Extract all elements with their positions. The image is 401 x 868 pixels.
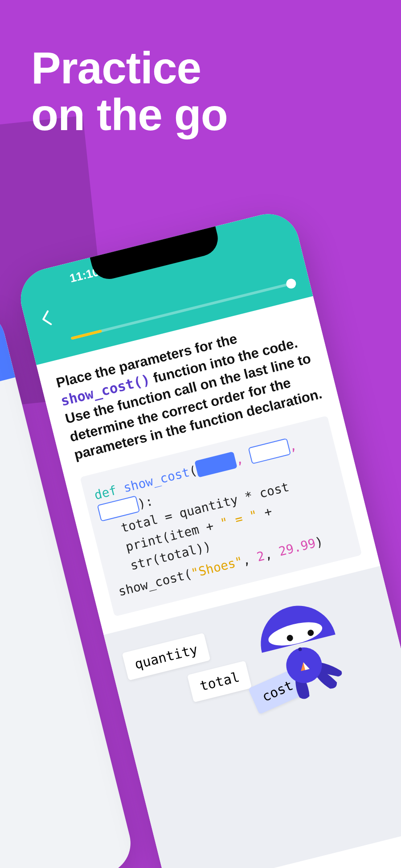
headline: Practice on the go <box>31 45 228 138</box>
code-call-n2: 29.99 <box>277 536 317 559</box>
headline-line2: on the go <box>31 91 228 138</box>
back-button[interactable] <box>39 309 54 332</box>
code-call-n1: 2 <box>255 548 266 564</box>
headline-line1: Practice <box>31 45 228 91</box>
progress-end-dot <box>285 278 297 290</box>
code-keyword-def: def <box>93 483 118 502</box>
